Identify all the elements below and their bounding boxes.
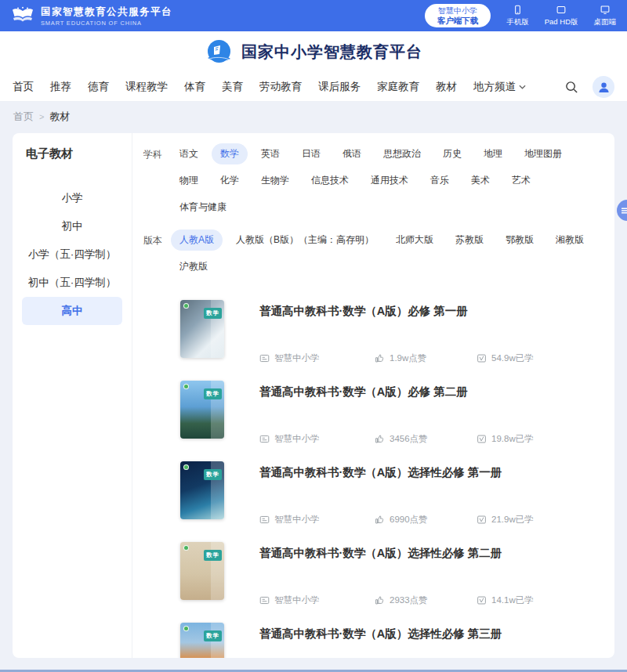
book-row-2[interactable]: 数学 普通高中教科书·数学（A版）必修 第二册 智慧中小学 bbox=[143, 373, 600, 453]
sidebar-item-senior[interactable]: 高中 bbox=[22, 297, 122, 325]
subject-chip-art[interactable]: 美术 bbox=[462, 170, 498, 191]
book-provider: 智慧中小学 bbox=[274, 433, 320, 445]
version-chip-bnu[interactable]: 北师大版 bbox=[387, 229, 442, 251]
sidebar-item-junior[interactable]: 初中 bbox=[22, 212, 122, 240]
pad-hd-version-link[interactable]: Pad HD版 bbox=[545, 5, 578, 27]
chevron-down-icon bbox=[519, 85, 526, 89]
top-bar: 国家智慧教育公共服务平台 SMART EDUCATION OF CHINA 智慧… bbox=[0, 0, 627, 31]
nav-item-pe[interactable]: 体育 bbox=[184, 80, 205, 94]
version-chip-hubei[interactable]: 鄂教版 bbox=[497, 229, 542, 251]
like-icon bbox=[375, 353, 385, 363]
platform-title: 国家智慧教育公共服务平台 bbox=[41, 5, 172, 19]
cover-logo-dot bbox=[183, 303, 189, 309]
cover-subject-label: 数学 bbox=[204, 630, 222, 641]
subject-chip-general-tech[interactable]: 通用技术 bbox=[362, 170, 417, 191]
mobile-version-link[interactable]: 手机版 bbox=[506, 5, 529, 27]
subject-filter-row: 学科 语文 数学 英语 日语 俄语 思想政治 历史 地理 地理图册 物理 化学 … bbox=[143, 143, 600, 223]
provider-icon bbox=[259, 353, 270, 363]
nav-item-textbook[interactable]: 教材 bbox=[436, 80, 457, 94]
sidebar-item-junior-54[interactable]: 初中（五·四学制） bbox=[22, 269, 122, 297]
subject-chip-japanese[interactable]: 日语 bbox=[293, 143, 329, 164]
learned-icon bbox=[477, 434, 487, 444]
version-chip-hunan[interactable]: 湘教版 bbox=[547, 229, 593, 251]
book-title: 普通高中教科书·数学（A版）选择性必修 第一册 bbox=[259, 465, 600, 480]
nav-item-family[interactable]: 家庭教育 bbox=[377, 80, 419, 94]
sidebar-item-primary[interactable]: 小学 bbox=[22, 184, 122, 212]
subject-chip-chemistry[interactable]: 化学 bbox=[212, 170, 248, 191]
breadcrumb-home[interactable]: 首页 bbox=[13, 110, 34, 124]
version-chip-shanghai[interactable]: 沪教版 bbox=[171, 256, 216, 277]
version-chip-pep-b[interactable]: 人教版（B版）（主编：高存明） bbox=[227, 229, 382, 251]
subject-chip-politics[interactable]: 思想政治 bbox=[375, 143, 429, 164]
desktop-version-label: 桌面端 bbox=[594, 17, 617, 27]
nav-item-recommend[interactable]: 推荐 bbox=[50, 80, 71, 94]
nav-item-labor[interactable]: 劳动教育 bbox=[259, 80, 302, 94]
book-list: 数学 普通高中教科书·数学（A版）必修 第一册 智慧中小学 bbox=[143, 292, 600, 658]
subject-chip-russian[interactable]: 俄语 bbox=[334, 143, 370, 164]
subject-chip-it[interactable]: 信息技术 bbox=[303, 170, 357, 191]
site-title: 国家中小学智慧教育平台 bbox=[241, 42, 422, 63]
subject-chip-arts[interactable]: 艺术 bbox=[503, 170, 539, 191]
book-learned: 14.1w已学 bbox=[491, 594, 534, 606]
book-title: 普通高中教科书·数学（A版）选择性必修 第二册 bbox=[259, 546, 600, 561]
provider-icon bbox=[259, 515, 270, 525]
user-avatar[interactable] bbox=[593, 76, 614, 98]
sidebar-item-primary-54[interactable]: 小学（五·四学制） bbox=[22, 240, 122, 269]
book-cover-5: 数学 bbox=[180, 623, 224, 658]
nav-item-arts[interactable]: 美育 bbox=[222, 80, 243, 94]
version-filter-row: 版本 人教A版 人教版（B版）（主编：高存明） 北师大版 苏教版 鄂教版 湘教版… bbox=[143, 229, 600, 283]
nav-item-home[interactable]: 首页 bbox=[13, 80, 34, 94]
subject-chip-chinese[interactable]: 语文 bbox=[171, 143, 207, 164]
cover-logo-dot bbox=[183, 545, 189, 551]
subject-chip-music[interactable]: 音乐 bbox=[422, 170, 458, 191]
book-cover-1: 数学 bbox=[180, 300, 224, 358]
like-icon bbox=[375, 515, 385, 525]
breadcrumb-current: 教材 bbox=[49, 110, 70, 124]
subject-filter-label: 学科 bbox=[143, 143, 162, 166]
menu-lines-icon bbox=[621, 207, 627, 215]
book-row-1[interactable]: 数学 普通高中教科书·数学（A版）必修 第一册 智慧中小学 bbox=[143, 292, 600, 373]
learned-icon bbox=[477, 515, 487, 525]
book-title: 普通高中教科书·数学（A版）必修 第二册 bbox=[259, 385, 600, 399]
nav-item-moral[interactable]: 德育 bbox=[88, 80, 109, 94]
subject-chip-geography[interactable]: 地理 bbox=[475, 143, 511, 164]
book-learned: 21.9w已学 bbox=[491, 514, 534, 526]
book-cover-2: 数学 bbox=[180, 381, 224, 439]
subject-chip-english[interactable]: 英语 bbox=[252, 143, 288, 164]
book-row-5[interactable]: 数学 普通高中教科书·数学（A版）选择性必修 第三册 智慧中小学 bbox=[143, 615, 600, 658]
tablet-icon bbox=[556, 5, 567, 15]
subject-chip-math[interactable]: 数学 bbox=[212, 143, 248, 164]
nav-item-afterclass[interactable]: 课后服务 bbox=[318, 80, 361, 94]
subject-chip-geo-atlas[interactable]: 地理图册 bbox=[516, 143, 571, 164]
version-chip-jiangsu[interactable]: 苏教版 bbox=[447, 229, 492, 251]
client-download-button[interactable]: 智慧中小学 客户端下载 bbox=[425, 4, 491, 28]
book-cover-3: 数学 bbox=[180, 461, 224, 519]
subject-chip-history[interactable]: 历史 bbox=[434, 143, 470, 164]
book-provider: 智慧中小学 bbox=[274, 514, 320, 526]
nav-item-local-channel[interactable]: 地方频道 bbox=[473, 80, 526, 94]
sidebar: 电子教材 小学 初中 小学（五·四学制） 初中（五·四学制） 高中 bbox=[13, 133, 132, 658]
book-row-3[interactable]: 数学 普通高中教科书·数学（A版）选择性必修 第一册 智慧中小学 bbox=[143, 453, 600, 534]
cover-subject-label: 数学 bbox=[204, 469, 222, 480]
subject-chip-biology[interactable]: 生物学 bbox=[252, 170, 298, 191]
subject-chip-physics[interactable]: 物理 bbox=[171, 170, 207, 191]
book-likes: 1.9w点赞 bbox=[390, 352, 426, 364]
search-icon[interactable] bbox=[565, 81, 578, 94]
learned-icon bbox=[477, 353, 487, 363]
cover-subject-label: 数学 bbox=[204, 308, 222, 319]
provider-icon bbox=[259, 595, 270, 605]
version-chip-pep-a[interactable]: 人教A版 bbox=[171, 229, 223, 251]
sidebar-title: 电子教材 bbox=[22, 146, 122, 161]
cover-logo-dot bbox=[183, 626, 189, 631]
main-nav: 首页 推荐 德育 课程教学 体育 美育 劳动教育 课后服务 家庭教育 教材 地方… bbox=[0, 73, 627, 102]
desktop-version-link[interactable]: 桌面端 bbox=[594, 5, 617, 27]
book-likes: 6990点赞 bbox=[390, 514, 428, 526]
book-row-4[interactable]: 数学 普通高中教科书·数学（A版）选择性必修 第二册 智慧中小学 bbox=[143, 534, 600, 615]
nav-item-course[interactable]: 课程教学 bbox=[125, 80, 168, 94]
cover-logo-dot bbox=[183, 384, 189, 389]
subject-chip-pe-health[interactable]: 体育与健康 bbox=[171, 197, 235, 218]
floating-menu-button[interactable] bbox=[617, 200, 627, 221]
content-card: 电子教材 小学 初中 小学（五·四学制） 初中（五·四学制） 高中 学科 语文 … bbox=[13, 133, 614, 658]
cover-logo-dot bbox=[183, 464, 189, 470]
mobile-version-label: 手机版 bbox=[506, 17, 529, 27]
